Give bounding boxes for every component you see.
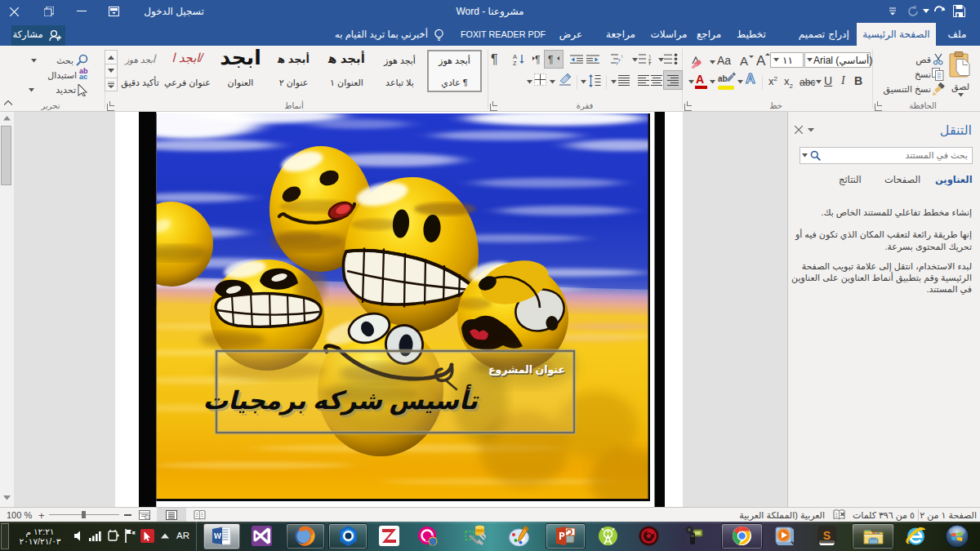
svg-text:A: A — [740, 54, 748, 68]
svg-text:١: ١ — [621, 54, 623, 59]
svg-text:A: A — [756, 53, 766, 68]
svg-text:S: S — [823, 529, 831, 542]
svg-text:٣: ٣ — [648, 60, 652, 65]
svg-text:¶: ¶ — [548, 54, 553, 64]
svg-text:Z: Z — [513, 60, 517, 66]
svg-text:تأسيس شركه برمجيات: تأسيس شركه برمجيات — [203, 384, 479, 415]
svg-text:عنوان المشروع: عنوان المشروع — [488, 364, 565, 375]
svg-text:٢: ٢ — [618, 58, 621, 63]
svg-text:¶: ¶ — [535, 54, 540, 64]
